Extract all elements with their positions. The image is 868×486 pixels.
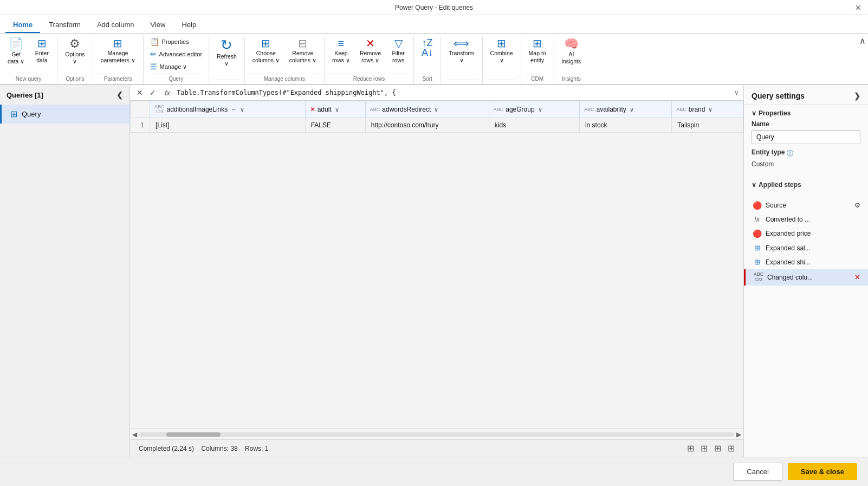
cancel-button[interactable]: Cancel — [733, 463, 782, 481]
ribbon-group-cdm: ⊞ Map toentity CDM — [521, 36, 554, 84]
scroll-thumb[interactable] — [166, 432, 221, 437]
col-label-brand: brand — [689, 106, 705, 113]
entity-type-value: Custom — [752, 160, 860, 168]
col-filter-additionalImageLinks[interactable]: ∨ — [240, 106, 244, 113]
cell-brand-1[interactable]: Tailspin — [672, 118, 743, 133]
ribbon-group-insights: 🧠 AIinsights Insights — [554, 36, 589, 84]
step-expanded-sal-name: Expanded sal... — [766, 244, 860, 252]
properties-section: ∨ Properties Name Entity type ⓘ Custom — [744, 105, 868, 177]
column-header-adult[interactable]: ✕ adult ∨ — [305, 101, 365, 118]
step-expanded-sal[interactable]: ⊞ Expanded sal... — [744, 241, 868, 255]
query-item[interactable]: ⊞ Query — [0, 105, 129, 124]
tab-transform[interactable]: Transform — [41, 17, 88, 33]
queries-collapse-button[interactable]: ❮ — [116, 90, 123, 99]
status-right: ⊞ ⊞ ⊞ ⊞ — [687, 443, 735, 453]
choose-columns-button[interactable]: ⊞ Choosecolumns ∨ — [248, 36, 284, 66]
step-expanded-price-icon: 🔴 — [752, 229, 762, 238]
column-header-additionalImageLinks[interactable]: ABC123 additionalImageLinks ↔ ∨ — [150, 101, 306, 118]
step-source-gear-icon[interactable]: ⚙ — [854, 202, 860, 209]
remove-rows-label: Removerows ∨ — [360, 50, 381, 63]
formula-cancel-icon[interactable]: ✕ — [134, 87, 145, 98]
col-filter-ageGroup[interactable]: ∨ — [538, 106, 542, 113]
step-changed-colu[interactable]: ABC123 Changed colu... ✕ — [744, 269, 868, 286]
ribbon-group-options: ⚙ Options∨ Options — [57, 36, 93, 84]
ribbon-collapse-button[interactable]: ∧ — [859, 36, 866, 46]
enter-data-button[interactable]: ⊞ Enterdata — [30, 36, 54, 66]
remove-columns-button[interactable]: ⊟ Removecolumns ∨ — [285, 36, 321, 66]
transform-button[interactable]: ⟺ Transform∨ — [444, 36, 478, 66]
close-icon[interactable]: ✕ — [855, 3, 861, 12]
manage-params-icon: ⊞ — [113, 38, 122, 49]
step-expanded-price[interactable]: 🔴 Expanded price — [744, 226, 868, 241]
profile-icon[interactable]: ⊞ — [728, 443, 735, 453]
sort-asc-button[interactable]: ↑ZA↓ — [417, 36, 437, 61]
name-input[interactable] — [752, 130, 860, 144]
scroll-track[interactable] — [139, 432, 734, 437]
refresh-button[interactable]: ↻ Refresh∨ — [212, 36, 241, 69]
ai-insights-button[interactable]: 🧠 AIinsights — [558, 36, 586, 67]
keep-rows-button[interactable]: ≡ Keeprows ∨ — [328, 36, 354, 66]
formula-expand-icon[interactable]: ∨ — [734, 89, 739, 96]
properties-button[interactable]: 📋 Properties — [147, 36, 206, 48]
step-changed-colu-delete-icon[interactable]: ✕ — [854, 273, 860, 281]
col-filter-adwordsRedirect[interactable]: ∨ — [434, 106, 438, 113]
formula-confirm-icon[interactable]: ✓ — [147, 87, 158, 98]
scroll-left-icon[interactable]: ◀ — [132, 431, 137, 438]
col-label-adwordsRedirect: adwordsRedirect — [382, 106, 431, 113]
rows-count: Rows: 1 — [245, 445, 268, 452]
scroll-right-icon[interactable]: ▶ — [736, 431, 741, 438]
chevron-steps-icon: ∨ — [752, 181, 756, 189]
col-filter-adult[interactable]: ∨ — [335, 106, 339, 113]
ribbon-group-manage-columns: ⊞ Choosecolumns ∨ ⊟ Removecolumns ∨ Mana… — [245, 36, 325, 84]
col-filter-brand[interactable]: ∨ — [708, 106, 712, 113]
properties-section-toggle[interactable]: ∨ Properties — [752, 109, 860, 117]
cell-availability-1[interactable]: in stock — [579, 118, 671, 133]
map-entity-button[interactable]: ⊞ Map toentity — [524, 36, 550, 66]
col-expand-icon[interactable]: ↔ — [231, 106, 237, 113]
app-title: Power Query - Edit queries — [395, 4, 473, 11]
filter-rows-button[interactable]: ▽ Filterrows — [386, 36, 410, 66]
step-icon[interactable]: ⊞ — [687, 443, 694, 453]
cell-additionalImageLinks-1[interactable]: [List] — [150, 118, 306, 133]
tab-view[interactable]: View — [143, 17, 173, 33]
cell-ageGroup-1[interactable]: kids — [489, 118, 579, 133]
ribbon-group-sort: ↑ZA↓ Sort — [414, 36, 441, 84]
step-converted[interactable]: fx Converted to ... — [744, 213, 868, 226]
remove-rows-button[interactable]: ✕ Removerows ∨ — [355, 36, 385, 66]
applied-steps-toggle[interactable]: ∨ Applied steps — [752, 181, 860, 189]
cell-adwordsRedirect-1[interactable]: http://contoso.com/hury — [365, 118, 489, 133]
formula-input[interactable] — [177, 89, 730, 96]
remove-rows-icon: ✕ — [366, 38, 375, 49]
combine-button[interactable]: ⊞ Combine∨ — [486, 36, 517, 66]
ribbon-group-query: 📋 Properties ✏ Advanced editor ☰ Manage … — [144, 36, 210, 84]
table-icon[interactable]: ⊞ — [714, 443, 721, 453]
entity-type-info-icon[interactable]: ⓘ — [787, 149, 793, 158]
get-data-button[interactable]: 📄 Getdata ∨ — [3, 36, 29, 67]
tab-add-column[interactable]: Add column — [89, 17, 142, 33]
horizontal-scrollbar[interactable]: ◀ ▶ — [130, 429, 743, 439]
column-header-adwordsRedirect[interactable]: ABC adwordsRedirect ∨ — [365, 101, 489, 118]
advanced-editor-label: Advanced editor — [159, 51, 203, 57]
query-item-label: Query — [22, 110, 41, 118]
column-header-brand[interactable]: ABC brand ∨ — [672, 101, 743, 118]
manage-parameters-button[interactable]: ⊞ Manageparameters ∨ — [96, 36, 140, 66]
settings-expand-icon[interactable]: ❯ — [854, 92, 860, 100]
step-expanded-shi[interactable]: ⊞ Expanded shi... — [744, 255, 868, 269]
column-header-availability[interactable]: ABC availability ∨ — [579, 101, 671, 118]
col-filter-availability[interactable]: ∨ — [630, 106, 634, 113]
cell-adult-1[interactable]: FALSE — [305, 118, 365, 133]
save-close-button[interactable]: Save & close — [788, 463, 857, 480]
tab-home[interactable]: Home — [5, 17, 40, 33]
step-converted-name: Converted to ... — [766, 216, 860, 223]
tab-help[interactable]: Help — [174, 17, 204, 33]
grid-icon[interactable]: ⊞ — [701, 443, 708, 453]
col-type-icon-age: ABC — [494, 107, 504, 112]
column-header-ageGroup[interactable]: ABC ageGroup ∨ — [489, 101, 579, 118]
remove-columns-icon: ⊟ — [298, 38, 307, 49]
advanced-editor-button[interactable]: ✏ Advanced editor — [147, 48, 206, 60]
enter-data-label: Enterdata — [35, 50, 49, 63]
options-button[interactable]: ⚙ Options∨ — [61, 36, 89, 67]
manage-button[interactable]: ☰ Manage ∨ — [147, 61, 206, 73]
query-settings-panel: Query settings ❯ ∨ Properties Name Entit… — [743, 85, 868, 457]
step-source[interactable]: 🔴 Source ⚙ — [744, 198, 868, 212]
